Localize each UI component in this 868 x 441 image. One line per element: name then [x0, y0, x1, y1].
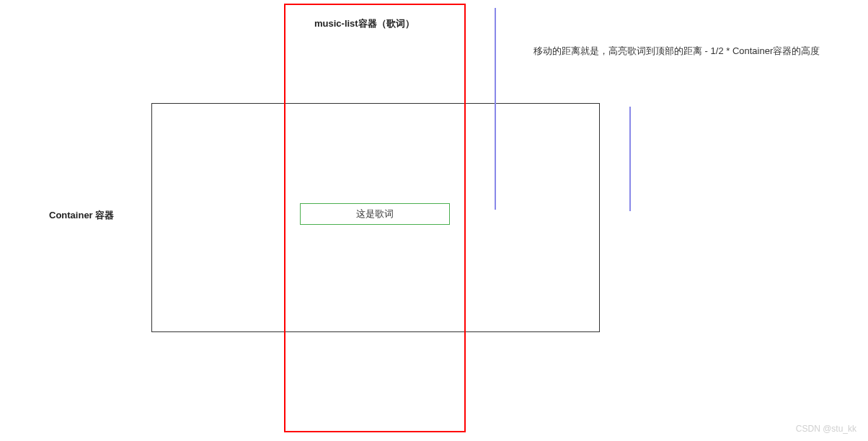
annotation-text: 移动的距离就是，高亮歌词到顶部的距离 - 1/2 * Container容器的高…: [533, 45, 820, 58]
lyric-box: 这是歌词: [300, 203, 450, 225]
container-label: Container 容器: [49, 209, 114, 222]
marker-line-short: [629, 107, 631, 211]
watermark: CSDN @stu_kk: [796, 424, 856, 434]
music-list-label: music-list容器（歌词）: [314, 17, 415, 30]
marker-line-long: [495, 8, 496, 210]
lyric-text: 这是歌词: [356, 208, 394, 220]
